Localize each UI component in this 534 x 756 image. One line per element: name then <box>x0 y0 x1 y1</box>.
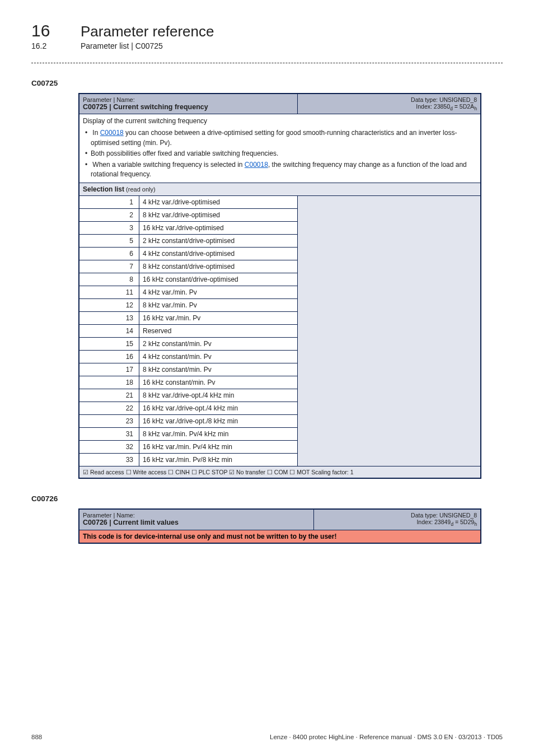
sel-label: 4 kHz constant/min. Pv <box>139 351 298 363</box>
sel-label: 4 kHz var./drive-optimised <box>139 196 298 209</box>
table-row: 1 4 kHz var./drive-optimised <box>79 196 481 209</box>
sel-label: 4 kHz constant/drive-optimised <box>139 248 298 260</box>
link-c00018-1[interactable]: C00018 <box>100 129 124 137</box>
sel-label: 2 kHz constant/drive-optimised <box>139 235 298 248</box>
sel-num: 13 <box>79 312 139 325</box>
param-meta-cell: Data type: UNSIGNED_8 Index: 23849d = 5D… <box>313 510 480 530</box>
sel-num: 17 <box>79 363 139 376</box>
param-value: C00726 | Current limit values <box>83 519 179 526</box>
code-heading-c00725: C00725 <box>31 79 503 87</box>
section-header: 16.2 Parameter list | C00725 <box>31 41 503 50</box>
index-eq: = 5D29 <box>453 519 474 525</box>
table-header-row: Parameter | Name: C00726 | Current limit… <box>79 510 481 530</box>
sel-label: 8 kHz constant/min. Pv <box>139 363 298 376</box>
desc-bullet-3a: When a variable switching frequency is s… <box>92 161 244 169</box>
desc-bullet-2: Both possibilities offer fixed and varia… <box>91 149 477 158</box>
data-type-label: Data type: UNSIGNED_8 <box>411 512 477 519</box>
desc-bullet-1: In C00018 you can choose between a drive… <box>91 128 477 148</box>
warning-text: This code is for device-internal use onl… <box>79 530 481 543</box>
sel-num: 15 <box>79 338 139 351</box>
sel-label: 8 kHz var./min. Pv/4 kHz min <box>139 428 298 441</box>
sel-num: 11 <box>79 286 139 299</box>
sel-num: 33 <box>79 454 139 466</box>
sel-label: 16 kHz constant/min. Pv <box>139 376 298 389</box>
sel-label: 8 kHz var./drive-optimised <box>139 209 298 222</box>
param-meta-cell: Data type: UNSIGNED_8 Index: 23850d = 5D… <box>298 94 481 114</box>
page-number: 888 <box>31 734 42 740</box>
desc-bullet-3: When a variable switching frequency is s… <box>91 160 477 180</box>
link-c00018-2[interactable]: C00018 <box>245 161 268 169</box>
access-flags-row: ☑ Read access ☐ Write access ☐ CINH ☐ PL… <box>79 466 481 478</box>
param-value: C00725 | Current switching frequency <box>83 103 208 111</box>
index-dec: Index: 23849 <box>416 519 451 525</box>
param-name-cell: Parameter | Name: C00725 | Current switc… <box>79 94 298 114</box>
param-label: Parameter | Name: <box>83 96 135 103</box>
section-title: Parameter list | C00725 <box>81 41 163 50</box>
sel-label: 16 kHz var./min. Pv/4 kHz min <box>139 441 298 454</box>
sel-label: 16 kHz var./min. Pv <box>139 312 298 325</box>
page-header: 16 Parameter reference <box>31 21 503 40</box>
sel-label: 16 kHz var./drive-opt./8 kHz min <box>139 415 298 428</box>
sel-num: 16 <box>79 351 139 363</box>
description-cell: Display of the current switching frequen… <box>79 114 481 183</box>
sel-label: Reserved <box>139 325 298 338</box>
chapter-number: 16 <box>31 21 65 40</box>
sel-label: 4 kHz var./min. Pv <box>139 286 298 299</box>
doc-info: Lenze · 8400 protec HighLine · Reference… <box>270 734 503 740</box>
sel-num: 2 <box>79 209 139 222</box>
desc-line1: Display of the current switching frequen… <box>83 117 207 125</box>
desc-bullet-1b: you can choose between a drive-optimised… <box>91 129 457 146</box>
parameter-box-c00725: Parameter | Name: C00725 | Current switc… <box>78 93 481 479</box>
desc-bullet-1a: In <box>92 129 100 137</box>
section-number: 16.2 <box>31 41 65 50</box>
code-heading-c00726: C00726 <box>31 494 503 503</box>
sel-label: 8 kHz var./drive-opt./4 kHz min <box>139 389 298 402</box>
sel-label: 16 kHz var./drive-optimised <box>139 222 298 235</box>
selection-list-label-cell: Selection list (read only) <box>79 183 481 196</box>
sel-label: 16 kHz var./drive-opt./4 kHz min <box>139 402 298 415</box>
table-row: Display of the current switching frequen… <box>79 114 481 183</box>
sel-num: 8 <box>79 273 139 286</box>
sel-num: 14 <box>79 325 139 338</box>
sel-label: 2 kHz constant/min. Pv <box>139 338 298 351</box>
sel-label: 16 kHz constant/drive-optimised <box>139 273 298 286</box>
parameter-box-c00726: Parameter | Name: C00726 | Current limit… <box>78 508 481 543</box>
sel-label: 16 kHz var./min. Pv/8 kHz min <box>139 454 298 466</box>
param-label: Parameter | Name: <box>83 512 135 519</box>
divider <box>31 63 503 63</box>
sel-num: 18 <box>79 376 139 389</box>
sel-num: 3 <box>79 222 139 235</box>
sel-num: 21 <box>79 389 139 402</box>
index-label: Index: 23850d = 5D2Ah <box>416 103 477 110</box>
chapter-title: Parameter reference <box>81 23 214 40</box>
index-label: Index: 23849d = 5D29h <box>416 519 477 525</box>
sel-label: 8 kHz var./min. Pv <box>139 299 298 312</box>
sel-num: 6 <box>79 248 139 260</box>
param-name-cell: Parameter | Name: C00726 | Current limit… <box>79 510 314 530</box>
sel-num: 22 <box>79 402 139 415</box>
access-flags: ☑ Read access ☐ Write access ☐ CINH ☐ PL… <box>79 466 481 478</box>
sel-pad <box>298 196 481 466</box>
selection-list-readonly: (read only) <box>124 186 156 193</box>
sel-num: 7 <box>79 260 139 273</box>
sel-num: 32 <box>79 441 139 454</box>
index-hex-sub: h <box>474 522 477 528</box>
selection-list-label: Selection list <box>83 185 124 193</box>
table-header-row: Parameter | Name: C00725 | Current switc… <box>79 94 481 114</box>
warning-row: This code is for device-internal use onl… <box>79 530 481 543</box>
sel-num: 23 <box>79 415 139 428</box>
sel-num: 12 <box>79 299 139 312</box>
sel-label: 8 kHz constant/drive-optimised <box>139 260 298 273</box>
sel-num: 1 <box>79 196 139 209</box>
selection-list-header: Selection list (read only) <box>79 183 481 196</box>
sel-num: 5 <box>79 235 139 248</box>
index-dec: Index: 23850 <box>416 103 450 110</box>
sel-num: 31 <box>79 428 139 441</box>
page-footer: 888 Lenze · 8400 protec HighLine · Refer… <box>31 734 503 740</box>
data-type-label: Data type: UNSIGNED_8 <box>411 96 477 103</box>
index-hex-sub: h <box>474 106 477 111</box>
index-eq: = 5D2A <box>453 103 474 110</box>
